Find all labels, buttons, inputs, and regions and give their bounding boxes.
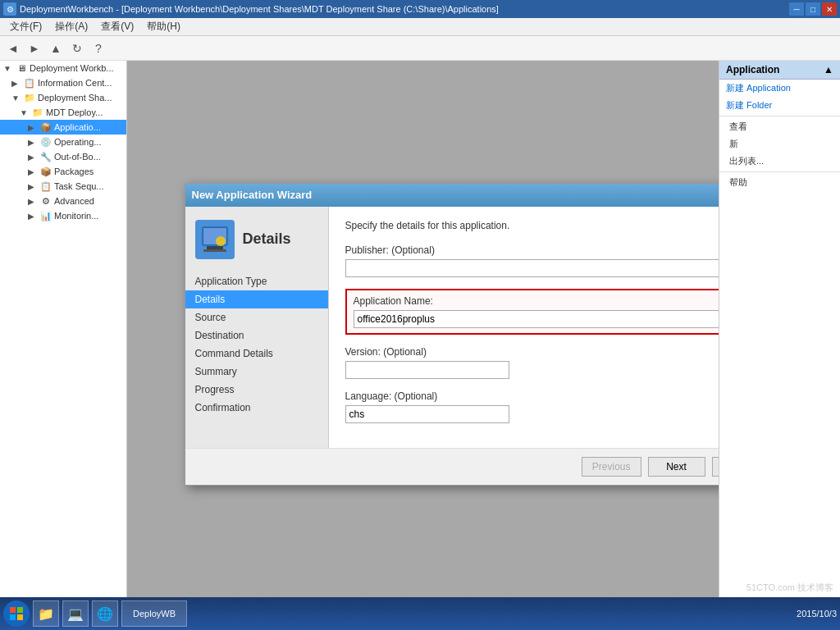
up-button[interactable]: ▲ — [46, 39, 66, 58]
taskbar-right: 2015/10/3 — [797, 609, 837, 619]
tree-item-outofbox[interactable]: ▶ 🔧 Out-of-Bo... — [0, 149, 126, 164]
publisher-input[interactable] — [345, 259, 766, 277]
nav-item-confirmation[interactable]: Confirmation — [185, 399, 328, 417]
version-input[interactable] — [345, 361, 509, 379]
tree-item-taskseq[interactable]: ▶ 📋 Task Sequ... — [0, 179, 126, 194]
tree-item-label: Deployment Workb... — [30, 63, 114, 73]
svg-rect-8 — [17, 614, 23, 620]
tree-item-packages[interactable]: ▶ 📦 Packages — [0, 164, 126, 179]
forward-button[interactable]: ► — [25, 39, 44, 58]
expand-icon: ▼ — [20, 108, 31, 117]
app-name-label: Application Name: — [354, 295, 758, 307]
menu-file[interactable]: 文件(F) — [3, 18, 48, 35]
right-panel: New Application Wizard ✕ — [127, 61, 840, 607]
tree-item-advanced[interactable]: ▶ ⚙ Advanced — [0, 194, 126, 208]
back-button[interactable]: ◄ — [3, 39, 23, 58]
tree-item-label: Task Sequ... — [54, 181, 104, 191]
svg-rect-6 — [17, 607, 23, 613]
tree-panel: ▼ 🖥 Deployment Workb... ▶ 📋 Information … — [0, 61, 127, 607]
toolbar: ◄ ► ▲ ↻ ? — [0, 36, 840, 61]
nav-item-details[interactable]: Details — [185, 290, 328, 308]
tree-item-infocenter[interactable]: ▶ 📋 Information Cent... — [0, 75, 126, 90]
tree-node-icon: 📊 — [39, 209, 52, 222]
tree-item-mdt[interactable]: ▼ 📁 MDT Deploy... — [0, 105, 126, 120]
taskbar-cmd[interactable]: 💻 — [62, 600, 89, 627]
tree-node-icon: ⚙ — [39, 194, 52, 208]
tree-item-applications[interactable]: ▶ 📦 Applicatio... — [0, 120, 126, 135]
action-new-application[interactable]: 新建 Application — [719, 80, 840, 97]
close-window-button[interactable]: ✕ — [822, 2, 837, 16]
svg-rect-2 — [207, 246, 223, 249]
tree-item-label: Monitorin... — [54, 211, 98, 221]
version-field-group: Version: (Optional) — [345, 346, 766, 379]
tree-item-os[interactable]: ▶ 💿 Operating... — [0, 135, 126, 149]
tree-item-label: Deployment Sha... — [38, 93, 112, 103]
taskbar-workbench[interactable]: DeployWB — [121, 600, 187, 627]
tree-item-deployshare[interactable]: ▼ 📁 Deployment Sha... — [0, 90, 126, 105]
expand-icon: ▶ — [28, 123, 39, 132]
minimize-button[interactable]: ─ — [789, 2, 804, 16]
tree-node-icon: 🖥 — [15, 62, 28, 75]
tree-item-monitoring[interactable]: ▶ 📊 Monitorin... — [0, 208, 126, 223]
window-controls: ─ □ ✕ — [789, 2, 837, 16]
expand-icon: ▶ — [28, 153, 39, 162]
tree-item-label: Packages — [54, 167, 94, 176]
actions-panel: Application ▲ 新建 Application 新建 Folder 查… — [719, 61, 840, 607]
expand-icon: ▶ — [28, 138, 39, 147]
tree-item-label: Information Cent... — [38, 78, 112, 88]
action-new-folder[interactable]: 新建 Folder — [719, 97, 840, 114]
tree-node-icon: 📋 — [39, 180, 52, 193]
watermark: 51CTO.com 技术博客 — [746, 582, 833, 594]
tree-node-icon: 📋 — [23, 76, 36, 89]
publisher-field-group: Publisher: (Optional) — [345, 244, 766, 277]
dialog-body: Details Application Type Details Source … — [185, 207, 783, 448]
nav-item-commanddetails[interactable]: Command Details — [185, 345, 328, 363]
menu-bar: 文件(F) 操作(A) 查看(V) 帮助(H) — [0, 18, 840, 36]
menu-help[interactable]: 帮助(H) — [140, 18, 187, 35]
app-icon: ⚙ — [3, 2, 16, 16]
app-name-input[interactable] — [354, 310, 758, 328]
action-view[interactable]: 查看 — [719, 118, 840, 135]
app-name-field-group: Application Name: — [345, 289, 766, 335]
nav-item-summary[interactable]: Summary — [185, 363, 328, 381]
publisher-label: Publisher: (Optional) — [345, 244, 766, 256]
taskbar-ie[interactable]: 🌐 — [92, 600, 118, 627]
taskbar-explorer[interactable]: 📁 — [33, 600, 59, 627]
taskbar: 📁 💻 🌐 DeployWB 2015/10/3 — [0, 597, 840, 630]
expand-icon: ▶ — [11, 79, 23, 88]
nav-item-source[interactable]: Source — [185, 308, 328, 326]
nav-item-destination[interactable]: Destination — [185, 326, 328, 345]
watermark-site: 51CTO.com — [746, 582, 795, 592]
dialog-header-icon — [195, 220, 235, 259]
tree-node-icon: 📦 — [39, 121, 52, 134]
tree-node-icon: 📁 — [23, 91, 36, 104]
dialog-footer: Previous Next Cancel — [185, 448, 783, 485]
actions-header: Application ▲ — [719, 61, 840, 80]
nav-item-apptype[interactable]: Application Type — [185, 272, 328, 290]
dialog-title: New Application Wizard — [192, 189, 313, 201]
action-export[interactable]: 出列表... — [719, 153, 840, 170]
tree-item-workbench[interactable]: ▼ 🖥 Deployment Workb... — [0, 61, 126, 75]
tree-item-label: Applicatio... — [54, 122, 101, 132]
nav-item-progress[interactable]: Progress — [185, 381, 328, 399]
title-bar: ⚙ DeploymentWorkbench - [Deployment Work… — [0, 0, 840, 18]
expand-icon: ▼ — [11, 94, 23, 103]
action-help[interactable]: 帮助 — [719, 174, 840, 191]
tree-item-label: Out-of-Bo... — [54, 152, 101, 162]
start-button[interactable] — [3, 600, 30, 627]
svg-rect-3 — [203, 249, 226, 252]
refresh-button[interactable]: ↻ — [67, 39, 87, 58]
help-button[interactable]: ? — [89, 39, 108, 58]
new-application-wizard-dialog: New Application Wizard ✕ — [185, 183, 783, 486]
actions-collapse-icon[interactable]: ▲ — [824, 64, 833, 75]
action-new[interactable]: 新 — [719, 135, 840, 153]
dialog-titlebar: New Application Wizard ✕ — [185, 184, 783, 207]
restore-button[interactable]: □ — [806, 2, 820, 16]
language-field-group: Language: (Optional) — [345, 390, 766, 423]
previous-button[interactable]: Previous — [582, 457, 641, 477]
menu-view[interactable]: 查看(V) — [94, 18, 140, 35]
next-button[interactable]: Next — [648, 457, 705, 477]
language-input[interactable] — [345, 405, 509, 423]
menu-action[interactable]: 操作(A) — [48, 18, 94, 35]
tree-node-icon: 📁 — [31, 106, 44, 119]
